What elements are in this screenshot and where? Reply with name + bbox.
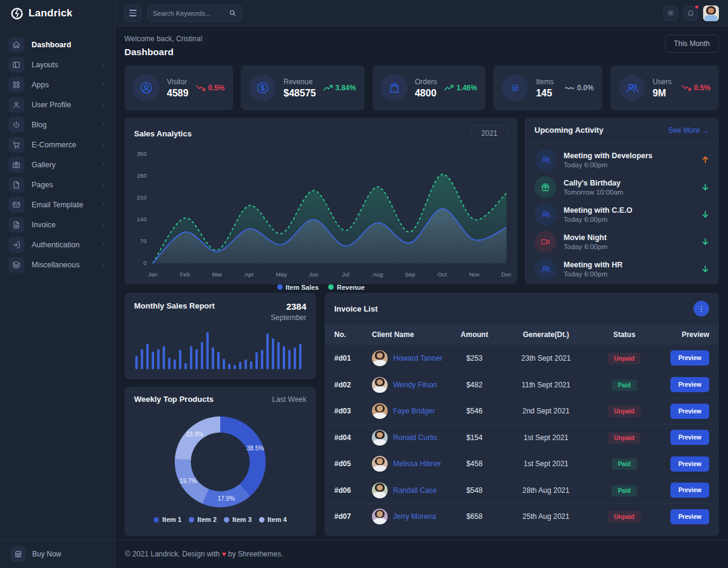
bar bbox=[163, 346, 165, 369]
status-badge: Unpaid bbox=[608, 511, 641, 523]
avatar-image bbox=[372, 456, 388, 472]
invoice-row: #d02Wendy Filson$48211th Sept 2021PaidPr… bbox=[325, 372, 719, 398]
sidebar-item-e-commerce[interactable]: E-Commerce bbox=[0, 135, 115, 155]
sidebar-item-email-template[interactable]: Email Template bbox=[0, 195, 115, 215]
invoice-row: #d01Howard Tanner$25323th Sept 2021Unpai… bbox=[325, 345, 719, 372]
stat-card-revenue: Revenue$485753.84% bbox=[241, 65, 364, 110]
page-title: Dashboard bbox=[124, 47, 203, 58]
activity-item[interactable]: Meeting with DevelopersToday 6:00pm bbox=[534, 146, 709, 173]
preview-button[interactable]: Preview bbox=[670, 456, 709, 472]
weekly-top-products-card: Weekly Top Products Last Week 38.5%17.9%… bbox=[124, 387, 316, 536]
avatar-image bbox=[372, 377, 388, 393]
avatar-image bbox=[372, 350, 388, 366]
store-icon bbox=[502, 75, 528, 101]
sidebar-item-user-profile[interactable]: User Profile bbox=[0, 95, 115, 115]
invoice-table-header: No.Client NameAmountGenerate(Dt.)StatusP… bbox=[325, 324, 719, 345]
activity-item[interactable]: Movie NightToday 6:00pm bbox=[534, 228, 709, 255]
legend-dot-icon bbox=[189, 517, 194, 523]
client-avatar bbox=[372, 377, 388, 393]
bar bbox=[239, 362, 241, 369]
chevron-right-icon bbox=[101, 122, 106, 127]
year-selector[interactable]: 2021 bbox=[471, 125, 508, 141]
preview-button[interactable]: Preview bbox=[670, 404, 709, 419]
sidebar-item-pages[interactable]: Pages bbox=[0, 175, 115, 195]
sidebar-item-label: Invoice bbox=[32, 221, 56, 229]
client-name-link[interactable]: Melissa Hibner bbox=[393, 459, 441, 468]
user-avatar[interactable] bbox=[703, 5, 719, 21]
legend-item: Item 3 bbox=[224, 516, 252, 523]
preview-button[interactable]: Preview bbox=[670, 377, 709, 392]
sidebar: Landrick DashboardLayoutsAppsUser Profil… bbox=[0, 0, 115, 568]
sidebar-item-miscellaneous[interactable]: Miscellaneous bbox=[0, 255, 115, 275]
sidebar-item-label: Dashboard bbox=[32, 41, 71, 49]
see-more-link[interactable]: See More → bbox=[669, 126, 709, 135]
bar bbox=[266, 333, 269, 369]
legend-dot-icon bbox=[153, 517, 159, 523]
invoice-number: #d06 bbox=[334, 486, 372, 495]
brand-logo[interactable]: Landrick bbox=[0, 0, 115, 27]
sidebar-item-layouts[interactable]: Layouts bbox=[0, 55, 115, 75]
monthly-sales-bar-chart bbox=[134, 330, 306, 369]
stat-trend: 1.46% bbox=[444, 84, 477, 92]
legend-item: Item 2 bbox=[189, 516, 217, 523]
status-badge: Unpaid bbox=[608, 406, 641, 417]
legend-dot-icon bbox=[259, 517, 265, 523]
client-name-link[interactable]: Faye Bridger bbox=[393, 407, 435, 415]
user-icon bbox=[8, 97, 24, 113]
preview-button[interactable]: Preview bbox=[670, 509, 709, 524]
hamburger-menu-button[interactable] bbox=[124, 5, 141, 22]
invoice-date: 25th Aug 2021 bbox=[500, 512, 592, 521]
invoice-menu-button[interactable]: ⋮ bbox=[693, 301, 709, 316]
column-header-client-name: Client Name bbox=[372, 330, 448, 339]
sidebar-item-invoice[interactable]: Invoice bbox=[0, 215, 115, 235]
invoice-date: 2nd Sept 2021 bbox=[500, 407, 592, 415]
client-name-link[interactable]: Jerry Morena bbox=[393, 512, 436, 521]
bar bbox=[288, 350, 291, 369]
bar bbox=[152, 352, 154, 369]
layers-icon bbox=[8, 257, 24, 273]
monthly-sales-title: Monthly Sales Report bbox=[134, 301, 215, 322]
notifications-button[interactable] bbox=[683, 6, 698, 21]
legend-dot-icon bbox=[224, 517, 229, 523]
bar bbox=[272, 338, 274, 369]
stat-card-visitor: Visitor45890.5% bbox=[124, 65, 233, 110]
users-icon bbox=[619, 75, 645, 101]
sidebar-item-label: Miscellaneous bbox=[32, 261, 79, 269]
stat-trend: 0.5% bbox=[196, 84, 224, 92]
sidebar-item-apps[interactable]: Apps bbox=[0, 75, 115, 95]
client-name-link[interactable]: Wendy Filson bbox=[393, 381, 437, 389]
period-selector-button[interactable]: This Month bbox=[665, 35, 719, 53]
legend-dot-icon bbox=[328, 284, 334, 290]
stat-label: Orders bbox=[415, 78, 437, 86]
activity-title: Meeting with HR bbox=[564, 261, 622, 269]
sidebar-item-dashboard[interactable]: Dashboard bbox=[0, 35, 115, 55]
preview-button[interactable]: Preview bbox=[670, 350, 709, 366]
svg-text:Feb: Feb bbox=[180, 271, 190, 278]
activity-item[interactable]: Meeting with C.E.OToday 6:00pm bbox=[534, 201, 709, 228]
sidebar-item-gallery[interactable]: Gallery bbox=[0, 155, 115, 175]
search-input[interactable] bbox=[153, 10, 225, 17]
stat-label: Items bbox=[536, 78, 553, 86]
sidebar-item-authentication[interactable]: Authentication bbox=[0, 235, 115, 255]
donut-slice-label: 23.9% bbox=[184, 431, 206, 438]
buy-now-button[interactable]: Buy Now bbox=[0, 540, 115, 568]
preview-button[interactable]: Preview bbox=[670, 483, 709, 498]
bar bbox=[250, 361, 252, 369]
client-name-link[interactable]: Howard Tanner bbox=[393, 354, 442, 363]
search-icon[interactable] bbox=[229, 9, 237, 17]
invoice-number: #d07 bbox=[334, 512, 372, 521]
monthly-sales-card: Monthly Sales Report 2384 September bbox=[124, 293, 316, 379]
settings-button[interactable] bbox=[663, 6, 678, 21]
status-badge: Paid bbox=[612, 379, 636, 391]
sidebar-item-blog[interactable]: Blog bbox=[0, 115, 115, 135]
login-icon bbox=[8, 237, 24, 253]
user-circle-icon bbox=[133, 75, 160, 101]
activity-item[interactable]: Meeting with HRToday 6:00pm bbox=[534, 255, 709, 282]
activity-item[interactable]: Cally's BirthdayTomorrow 10:00am bbox=[534, 173, 709, 201]
preview-button[interactable]: Preview bbox=[670, 430, 709, 445]
client-name-link[interactable]: Randall Case bbox=[393, 486, 437, 495]
activity-time: Today 6:00pm bbox=[564, 270, 622, 278]
donut-slice-label: 38.5% bbox=[244, 445, 266, 452]
client-name-link[interactable]: Ronald Curtis bbox=[393, 433, 437, 442]
sales-analytics-chart: 070140210280350JanFebMarAprMayJunJulAugS… bbox=[124, 149, 517, 282]
